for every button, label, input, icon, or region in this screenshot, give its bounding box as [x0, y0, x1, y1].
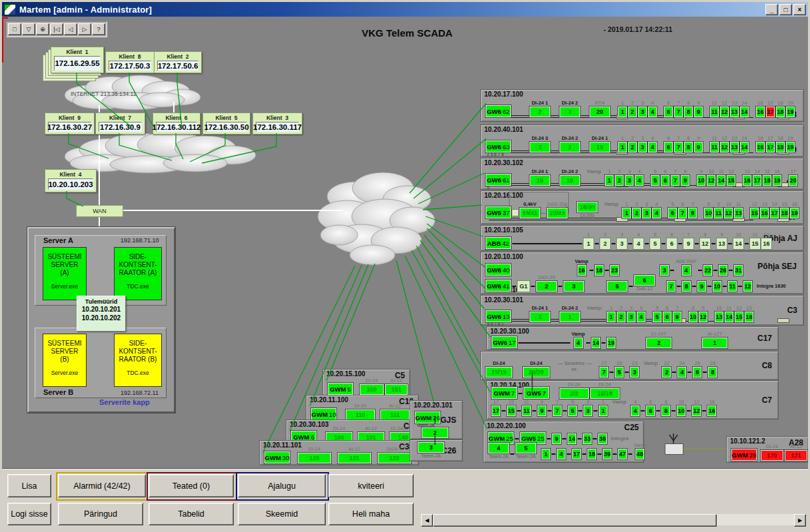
signal-box[interactable]: 12 [692, 405, 701, 416]
signal-box[interactable]: 14 [717, 175, 725, 186]
signal-box[interactable]: 11 [728, 281, 737, 292]
signal-box[interactable]: 12 [707, 175, 715, 186]
signal-box[interactable]: 2 [560, 142, 580, 152]
signal-box[interactable]: 20/20 [523, 367, 550, 378]
signal-box[interactable]: 2 [530, 107, 550, 117]
minimize-button[interactable]: _ [765, 4, 778, 15]
gateway-box[interactable]: GWM7 [492, 387, 517, 399]
scroll-thumb[interactable] [433, 514, 717, 527]
signal-box[interactable]: 2 [600, 238, 610, 249]
zoom-button[interactable]: ⊕ [36, 23, 49, 35]
signal-box[interactable]: 10 [677, 405, 685, 416]
signal-box[interactable]: 15 [750, 208, 759, 218]
client-node-k7[interactable]: Klient 7172.16.30.9 [95, 113, 145, 134]
signal-box[interactable]: 150 [360, 384, 384, 395]
signal-box[interactable]: 12 [699, 312, 707, 322]
signal-box[interactable]: 5 [653, 312, 661, 322]
signal-box[interactable]: 3 [530, 142, 550, 152]
signal-box[interactable]: 151 [385, 384, 408, 395]
signal-box[interactable]: 5 [615, 367, 623, 378]
signal-box[interactable]: 1 [542, 449, 550, 459]
signal-box[interactable]: 4 [574, 338, 583, 348]
help-button[interactable]: ? [92, 23, 105, 35]
signal-box[interactable]: 3 [630, 367, 639, 378]
lisa-button[interactable]: Lisa [7, 474, 51, 497]
signal-box[interactable]: 2 [615, 175, 623, 186]
signal-box[interactable]: 13 [730, 142, 739, 152]
signal-box[interactable]: 10 [713, 281, 721, 292]
signal-box[interactable]: 18 [776, 142, 785, 152]
signal-box[interactable]: 5 [516, 443, 536, 453]
gateway-box[interactable]: GW6615 [486, 174, 511, 186]
signal-box[interactable]: 8 [708, 367, 717, 378]
signal-box[interactable]: 9 [538, 405, 546, 416]
signal-box[interactable]: 3 [564, 281, 584, 292]
gateway-box[interactable]: GW662 [486, 105, 511, 117]
alarmid-42-42-button[interactable]: Alarmid (42/42) [58, 474, 146, 497]
signal-box[interactable]: G1 [518, 281, 530, 292]
gateway-box[interactable]: GWM30 [264, 451, 290, 463]
title-bar[interactable]: Martem [admin - Administrator] _□× [2, 2, 808, 17]
signal-box[interactable]: 20 [590, 107, 610, 117]
signal-box[interactable]: 1 [584, 238, 594, 249]
station-C7[interactable]: 10.20.14.100C7GWM7GW57DI-242/2DI-2418/18… [486, 380, 779, 419]
p-ringud-button[interactable]: Päringud [58, 503, 143, 525]
teated-0-button[interactable]: Teated (0) [149, 474, 234, 497]
client-node-k3[interactable]: Klient 3172.16.30.117 [252, 113, 302, 134]
signal-box[interactable]: 2 [662, 367, 671, 378]
signal-box[interactable]: 1 [622, 208, 631, 218]
signal-box[interactable]: 12 [724, 208, 733, 218]
station-C26[interactable]: C263Telem-2A [410, 439, 463, 461]
signal-box[interactable]: 17 [753, 175, 761, 186]
system-server-a[interactable]: SÜSTEEMI SERVER (A)Server.exe [43, 247, 87, 300]
signal-box[interactable]: 5 [651, 175, 659, 186]
signal-box[interactable]: 10 [697, 175, 705, 186]
signal-box[interactable]: 8 [684, 142, 693, 152]
signal-box[interactable]: 11 [714, 208, 723, 218]
signal-box[interactable]: 4 [633, 238, 643, 249]
signal-box[interactable]: 12 [720, 107, 729, 117]
logi-sisse-button[interactable]: Logi sisse [7, 503, 51, 525]
signal-box[interactable]: 4 [677, 367, 686, 378]
station-C29[interactable]: 10.20.40.101C29GW6632 5 6 7 8DI-24 33DI-… [480, 125, 804, 157]
signal-box[interactable]: 16 [707, 405, 716, 416]
signal-box[interactable]: 10 [704, 208, 713, 218]
scroll-left-arrow[interactable]: ◀ [421, 514, 433, 527]
signal-box[interactable]: 3 [584, 405, 592, 416]
signal-box[interactable]: 110 [346, 409, 375, 420]
signal-box[interactable]: 7 [671, 175, 679, 186]
signal-box[interactable]: 111 [380, 409, 410, 420]
station-C17[interactable]: 10.20.30.100C17GW617Vamp41419DI-24T2AI-1… [486, 326, 779, 350]
client-node-k6[interactable]: Klient 6172.16.30.112 [153, 113, 201, 134]
signal-box[interactable]: 4 [637, 312, 645, 322]
signal-box[interactable]: 7 [553, 405, 562, 416]
station-A28[interactable]: 10.10.121.2A28GWM28DI-24170AI-12171 [726, 436, 809, 463]
signal-box[interactable]: 11 [710, 142, 719, 152]
signal-box[interactable]: 16 [760, 208, 769, 218]
signal-box[interactable]: 2 [422, 427, 448, 438]
signal-box[interactable]: 15 [735, 312, 743, 322]
system-server-b[interactable]: SÜSTEEMI SERVER (B)Server.exe [43, 334, 87, 387]
signal-box[interactable]: 1 [599, 405, 608, 416]
station-C3[interactable]: 10.20.30.101C3GW6135 6 7 8 1DI-24 12DI-2… [480, 295, 804, 326]
signal-box[interactable]: 1 [607, 312, 615, 322]
signal-box[interactable]: 5 [568, 405, 577, 416]
signal-box[interactable]: 8 [684, 107, 693, 117]
gateway-box[interactable]: GWM10 [311, 408, 336, 420]
signal-box[interactable]: 17 [572, 449, 581, 459]
client-node-k4[interactable]: Klient 410.20.10.203 [45, 169, 97, 192]
signal-box[interactable]: 122 [378, 453, 411, 463]
signal-box[interactable]: 5 [650, 238, 660, 249]
signal-box[interactable]: 14 [740, 107, 749, 117]
signal-box[interactable]: 15 [530, 175, 550, 186]
signal-box[interactable]: 7 [600, 367, 608, 378]
signal-box[interactable]: 17 [766, 142, 775, 152]
station-PAJ[interactable]: 10.20.10.105Põhja AJABB42112233445566798… [480, 225, 804, 251]
client-node-k5[interactable]: Klient 5172.16.30.50 [202, 113, 250, 134]
signal-box[interactable]: 2/2 [560, 388, 589, 399]
signal-box[interactable]: 9 [681, 175, 689, 186]
signal-box[interactable]: 13 [734, 208, 743, 218]
station-C37[interactable]: 10.20.16.100C37GW5370,4kV19/412xDI-20g20… [480, 190, 804, 224]
signal-box[interactable]: 6 [664, 142, 673, 152]
station-C10[interactable]: 10.20.11.100C10GWM10DI-24110AI-12111 [306, 395, 419, 423]
